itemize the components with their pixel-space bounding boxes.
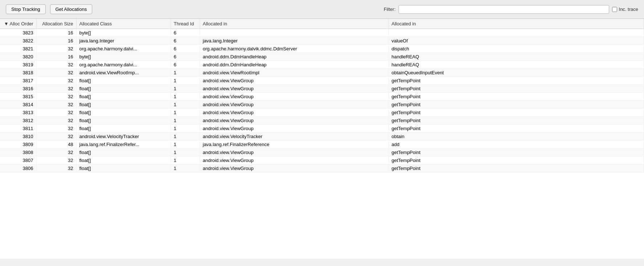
cell-alloc-class: float[]: [76, 149, 171, 157]
cell-alloc-class: org.apache.harmony.dalvi...: [76, 45, 171, 53]
toolbar: Stop Tracking Get Allocations Filter: In…: [0, 0, 644, 19]
cell-allocated-in-1: [200, 29, 388, 37]
cell-allocated-in-1: android.view.ViewGroup: [200, 165, 388, 173]
cell-alloc-order: 3821: [0, 45, 36, 53]
cell-alloc-order: 3816: [0, 85, 36, 93]
inc-trace-checkbox[interactable]: [612, 7, 617, 12]
table-row[interactable]: 380632float[]1android.view.ViewGroupgetT…: [0, 165, 644, 173]
table-container: ▼ Alloc Order Allocation Size Allocated …: [0, 19, 644, 259]
cell-thread-id: 6: [171, 61, 200, 69]
cell-allocated-in-1: android.view.ViewGroup: [200, 125, 388, 133]
cell-alloc-class: java.lang.ref.FinalizerRefer...: [76, 141, 171, 149]
table-header: ▼ Alloc Order Allocation Size Allocated …: [0, 19, 644, 29]
cell-thread-id: 6: [171, 53, 200, 61]
cell-allocated-in-2: getTempPoint: [388, 93, 644, 101]
cell-allocated-in-1: android.view.ViewGroup: [200, 93, 388, 101]
cell-allocated-in-1: android.view.ViewGroup: [200, 77, 388, 85]
cell-alloc-order: 3808: [0, 149, 36, 157]
table-row[interactable]: 381532float[]1android.view.ViewGroupgetT…: [0, 93, 644, 101]
cell-alloc-size: 48: [36, 141, 76, 149]
cell-allocated-in-1: android.view.ViewGroup: [200, 85, 388, 93]
cell-thread-id: 1: [171, 133, 200, 141]
cell-alloc-order: 3812: [0, 117, 36, 125]
cell-allocated-in-2: obtain: [388, 133, 644, 141]
table-row[interactable]: 381932org.apache.harmony.dalvi...6androi…: [0, 61, 644, 69]
cell-allocated-in-1: android.view.ViewGroup: [200, 109, 388, 117]
filter-section: Filter: Inc. trace: [384, 5, 638, 14]
cell-alloc-order: 3815: [0, 93, 36, 101]
table-row[interactable]: 382132org.apache.harmony.dalvi...6org.ap…: [0, 45, 644, 53]
cell-thread-id: 1: [171, 157, 200, 165]
cell-allocated-in-2: handleREAQ: [388, 61, 644, 69]
cell-thread-id: 1: [171, 77, 200, 85]
cell-alloc-order: 3809: [0, 141, 36, 149]
get-allocations-button[interactable]: Get Allocations: [50, 4, 93, 14]
cell-alloc-order: 3817: [0, 77, 36, 85]
cell-allocated-in-2: add: [388, 141, 644, 149]
table-row[interactable]: 380832float[]1android.view.ViewGroupgetT…: [0, 149, 644, 157]
cell-allocated-in-1: java.lang.ref.FinalizerReference: [200, 141, 388, 149]
col-header-thread-id[interactable]: Thread Id: [171, 19, 200, 29]
cell-alloc-size: 32: [36, 69, 76, 77]
cell-allocated-in-2: handleREAQ: [388, 53, 644, 61]
cell-alloc-size: 32: [36, 117, 76, 125]
table-row[interactable]: 381832android.view.ViewRootImp...1androi…: [0, 69, 644, 77]
cell-allocated-in-2: valueOf: [388, 37, 644, 45]
cell-alloc-class: float[]: [76, 93, 171, 101]
table-row[interactable]: 381332float[]1android.view.ViewGroupgetT…: [0, 109, 644, 117]
cell-alloc-size: 32: [36, 133, 76, 141]
cell-alloc-size: 16: [36, 37, 76, 45]
table-row[interactable]: 381032android.view.VelocityTracker1andro…: [0, 133, 644, 141]
cell-thread-id: 1: [171, 101, 200, 109]
table-row[interactable]: 382216java.lang.Integer6java.lang.Intege…: [0, 37, 644, 45]
col-header-alloc-order[interactable]: ▼ Alloc Order: [0, 19, 36, 29]
cell-alloc-size: 32: [36, 125, 76, 133]
col-header-alloc-class[interactable]: Allocated Class: [76, 19, 171, 29]
table-row[interactable]: 381132float[]1android.view.ViewGroupgetT…: [0, 125, 644, 133]
cell-alloc-size: 32: [36, 61, 76, 69]
cell-allocated-in-2: getTempPoint: [388, 109, 644, 117]
table-row[interactable]: 381732float[]1android.view.ViewGroupgetT…: [0, 77, 644, 85]
cell-allocated-in-2: getTempPoint: [388, 77, 644, 85]
cell-thread-id: 1: [171, 141, 200, 149]
cell-alloc-order: 3818: [0, 69, 36, 77]
cell-allocated-in-1: android.ddm.DdmHandleHeap: [200, 53, 388, 61]
cell-allocated-in-2: obtainQueuedInputEvent: [388, 69, 644, 77]
table-row[interactable]: 382316byte[]6: [0, 29, 644, 37]
cell-alloc-class: java.lang.Integer: [76, 37, 171, 45]
table-row[interactable]: 380732float[]1android.view.ViewGroupgetT…: [0, 157, 644, 165]
cell-alloc-order: 3820: [0, 53, 36, 61]
cell-allocated-in-2: dispatch: [388, 45, 644, 53]
cell-alloc-size: 32: [36, 165, 76, 173]
cell-alloc-class: float[]: [76, 85, 171, 93]
table-row[interactable]: 381432float[]1android.view.ViewGroupgetT…: [0, 101, 644, 109]
cell-allocated-in-1: android.view.ViewGroup: [200, 101, 388, 109]
cell-alloc-order: 3806: [0, 165, 36, 173]
stop-tracking-button[interactable]: Stop Tracking: [6, 4, 46, 14]
cell-alloc-class: float[]: [76, 125, 171, 133]
cell-alloc-class: float[]: [76, 117, 171, 125]
cell-alloc-size: 32: [36, 77, 76, 85]
col-header-alloc-size[interactable]: Allocation Size: [36, 19, 76, 29]
table-row[interactable]: 381232float[]1android.view.ViewGroupgetT…: [0, 117, 644, 125]
cell-allocated-in-2: getTempPoint: [388, 101, 644, 109]
col-header-allocated-in-2[interactable]: Allocated in: [388, 19, 644, 29]
cell-alloc-size: 32: [36, 85, 76, 93]
cell-allocated-in-2: getTempPoint: [388, 165, 644, 173]
cell-allocated-in-1: android.view.ViewGroup: [200, 157, 388, 165]
table-row[interactable]: 380948java.lang.ref.FinalizerRefer...1ja…: [0, 141, 644, 149]
cell-allocated-in-2: getTempPoint: [388, 125, 644, 133]
col-header-allocated-in-1[interactable]: Allocated in: [200, 19, 388, 29]
table-row[interactable]: 382016byte[]6android.ddm.DdmHandleHeapha…: [0, 53, 644, 61]
table-row[interactable]: 381632float[]1android.view.ViewGroupgetT…: [0, 85, 644, 93]
cell-thread-id: 1: [171, 85, 200, 93]
cell-allocated-in-1: android.view.ViewRootImpl: [200, 69, 388, 77]
cell-alloc-order: 3822: [0, 37, 36, 45]
cell-allocated-in-1: android.view.ViewGroup: [200, 149, 388, 157]
cell-alloc-size: 32: [36, 157, 76, 165]
cell-alloc-class: float[]: [76, 157, 171, 165]
cell-alloc-size: 16: [36, 53, 76, 61]
cell-thread-id: 6: [171, 37, 200, 45]
filter-input[interactable]: [399, 5, 609, 14]
cell-thread-id: 1: [171, 165, 200, 173]
